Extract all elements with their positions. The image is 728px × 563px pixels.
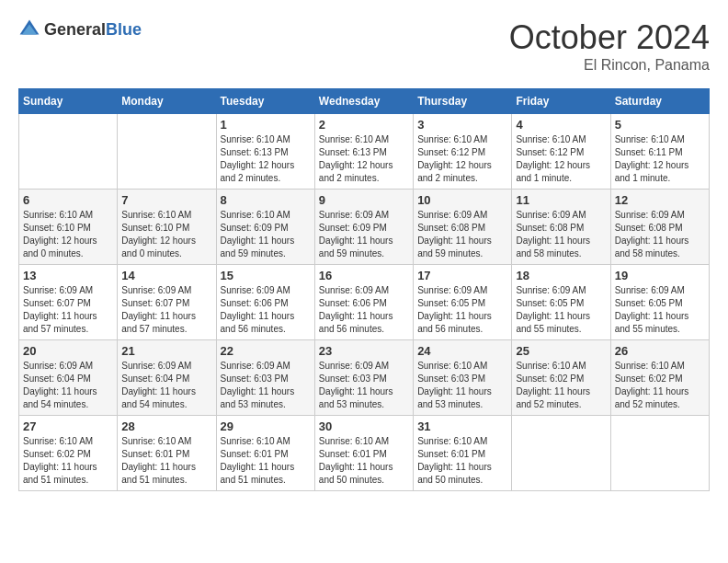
calendar-cell: 12Sunrise: 6:09 AM Sunset: 6:08 PM Dayli… [610,190,709,265]
calendar-cell [512,416,610,491]
day-info: Sunrise: 6:10 AM Sunset: 6:02 PM Dayligh… [516,360,606,411]
title-block: October 2024 El Rincon, Panama [509,18,710,74]
calendar-cell: 29Sunrise: 6:10 AM Sunset: 6:01 PM Dayli… [216,416,314,491]
day-info: Sunrise: 6:09 AM Sunset: 6:08 PM Dayligh… [615,209,705,260]
day-info: Sunrise: 6:09 AM Sunset: 6:04 PM Dayligh… [121,360,211,411]
day-number: 16 [319,269,409,282]
calendar-cell: 2Sunrise: 6:10 AM Sunset: 6:13 PM Daylig… [314,114,413,190]
day-number: 29 [221,419,311,433]
calendar-cell: 26Sunrise: 6:10 AM Sunset: 6:02 PM Dayli… [610,340,709,416]
day-number: 22 [221,344,311,358]
day-info: Sunrise: 6:10 AM Sunset: 6:03 PM Dayligh… [417,360,507,411]
day-info: Sunrise: 6:10 AM Sunset: 6:01 PM Dayligh… [417,435,507,487]
day-info: Sunrise: 6:09 AM Sunset: 6:08 PM Dayligh… [417,209,507,260]
calendar-cell: 20Sunrise: 6:09 AM Sunset: 6:04 PM Dayli… [19,340,118,416]
day-number: 9 [319,193,409,207]
day-number: 28 [121,419,211,433]
calendar-cell: 30Sunrise: 6:10 AM Sunset: 6:01 PM Dayli… [314,416,413,491]
calendar-week-5: 27Sunrise: 6:10 AM Sunset: 6:02 PM Dayli… [19,416,710,491]
calendar-cell: 24Sunrise: 6:10 AM Sunset: 6:03 PM Dayli… [414,340,512,416]
day-info: Sunrise: 6:10 AM Sunset: 6:12 PM Dayligh… [516,133,606,185]
day-info: Sunrise: 6:09 AM Sunset: 6:04 PM Dayligh… [23,360,113,411]
day-number: 20 [23,344,113,358]
day-number: 6 [23,193,113,207]
day-info: Sunrise: 6:09 AM Sunset: 6:09 PM Dayligh… [319,209,409,260]
day-number: 18 [516,269,606,282]
day-info: Sunrise: 6:10 AM Sunset: 6:01 PM Dayligh… [221,435,311,487]
calendar-week-4: 20Sunrise: 6:09 AM Sunset: 6:04 PM Dayli… [19,340,710,416]
day-number: 30 [319,419,409,433]
day-number: 3 [417,118,507,132]
day-info: Sunrise: 6:09 AM Sunset: 6:03 PM Dayligh… [319,360,409,411]
calendar-body: 1Sunrise: 6:10 AM Sunset: 6:13 PM Daylig… [19,114,710,491]
calendar-week-1: 1Sunrise: 6:10 AM Sunset: 6:13 PM Daylig… [19,114,710,190]
calendar-cell: 1Sunrise: 6:10 AM Sunset: 6:13 PM Daylig… [216,114,314,190]
day-info: Sunrise: 6:10 AM Sunset: 6:01 PM Dayligh… [319,435,409,487]
day-number: 24 [417,344,507,358]
calendar-cell [19,114,118,190]
day-number: 21 [121,344,211,358]
calendar-cell: 17Sunrise: 6:09 AM Sunset: 6:05 PM Dayli… [414,265,512,340]
calendar-week-2: 6Sunrise: 6:10 AM Sunset: 6:10 PM Daylig… [19,190,710,265]
day-number: 11 [516,193,606,207]
day-info: Sunrise: 6:09 AM Sunset: 6:05 PM Dayligh… [615,284,705,336]
logo-blue: Blue [106,20,142,39]
day-number: 31 [417,419,507,433]
day-info: Sunrise: 6:10 AM Sunset: 6:11 PM Dayligh… [615,133,705,185]
day-info: Sunrise: 6:10 AM Sunset: 6:12 PM Dayligh… [417,133,507,185]
day-number: 4 [516,118,606,132]
day-info: Sunrise: 6:10 AM Sunset: 6:10 PM Dayligh… [23,209,113,260]
day-info: Sunrise: 6:09 AM Sunset: 6:03 PM Dayligh… [221,360,311,411]
day-info: Sunrise: 6:10 AM Sunset: 6:02 PM Dayligh… [615,360,705,411]
calendar-cell: 13Sunrise: 6:09 AM Sunset: 6:07 PM Dayli… [19,265,118,340]
col-friday: Friday [512,89,610,114]
calendar-cell: 18Sunrise: 6:09 AM Sunset: 6:05 PM Dayli… [512,265,610,340]
day-info: Sunrise: 6:10 AM Sunset: 6:02 PM Dayligh… [23,435,113,487]
calendar-cell: 3Sunrise: 6:10 AM Sunset: 6:12 PM Daylig… [414,114,512,190]
day-info: Sunrise: 6:09 AM Sunset: 6:08 PM Dayligh… [516,209,606,260]
calendar-header: Sunday Monday Tuesday Wednesday Thursday… [19,89,710,114]
calendar-cell: 22Sunrise: 6:09 AM Sunset: 6:03 PM Dayli… [216,340,314,416]
day-info: Sunrise: 6:10 AM Sunset: 6:13 PM Dayligh… [319,133,409,185]
calendar-cell: 6Sunrise: 6:10 AM Sunset: 6:10 PM Daylig… [19,190,118,265]
day-number: 17 [417,269,507,282]
logo-icon [18,18,40,40]
day-number: 26 [615,344,705,358]
day-number: 19 [615,269,705,282]
day-info: Sunrise: 6:09 AM Sunset: 6:07 PM Dayligh… [23,284,113,336]
calendar-cell: 7Sunrise: 6:10 AM Sunset: 6:10 PM Daylig… [118,190,216,265]
month-title: October 2024 [509,18,710,57]
day-info: Sunrise: 6:10 AM Sunset: 6:09 PM Dayligh… [221,209,311,260]
day-number: 27 [23,419,113,433]
calendar-cell [610,416,709,491]
calendar-cell: 25Sunrise: 6:10 AM Sunset: 6:02 PM Dayli… [512,340,610,416]
col-saturday: Saturday [610,89,709,114]
day-number: 13 [23,269,113,282]
logo: GeneralBlue [18,18,142,40]
day-number: 10 [417,193,507,207]
day-info: Sunrise: 6:09 AM Sunset: 6:05 PM Dayligh… [417,284,507,336]
calendar-cell: 4Sunrise: 6:10 AM Sunset: 6:12 PM Daylig… [512,114,610,190]
calendar-cell: 14Sunrise: 6:09 AM Sunset: 6:07 PM Dayli… [118,265,216,340]
day-number: 5 [615,118,705,132]
col-tuesday: Tuesday [216,89,314,114]
calendar-cell: 21Sunrise: 6:09 AM Sunset: 6:04 PM Dayli… [118,340,216,416]
logo-general: General [44,20,106,39]
day-info: Sunrise: 6:10 AM Sunset: 6:13 PM Dayligh… [221,133,311,185]
calendar-cell: 16Sunrise: 6:09 AM Sunset: 6:06 PM Dayli… [314,265,413,340]
calendar-cell: 8Sunrise: 6:10 AM Sunset: 6:09 PM Daylig… [216,190,314,265]
calendar-cell: 28Sunrise: 6:10 AM Sunset: 6:01 PM Dayli… [118,416,216,491]
col-sunday: Sunday [19,89,118,114]
location-title: El Rincon, Panama [509,57,710,74]
day-number: 1 [221,118,311,132]
col-monday: Monday [118,89,216,114]
day-number: 12 [615,193,705,207]
calendar-cell: 15Sunrise: 6:09 AM Sunset: 6:06 PM Dayli… [216,265,314,340]
day-info: Sunrise: 6:10 AM Sunset: 6:10 PM Dayligh… [121,209,211,260]
day-number: 25 [516,344,606,358]
page-header: GeneralBlue October 2024 El Rincon, Pana… [18,18,710,74]
day-info: Sunrise: 6:09 AM Sunset: 6:05 PM Dayligh… [516,284,606,336]
day-number: 7 [121,193,211,207]
col-wednesday: Wednesday [314,89,413,114]
day-number: 15 [221,269,311,282]
